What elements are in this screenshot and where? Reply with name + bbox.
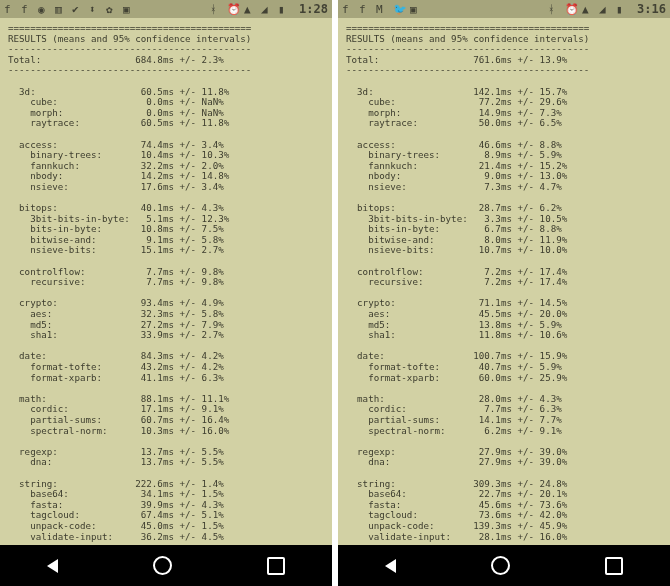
status-bar: ff◉▥✔⬍✿▣ ᚼ⏰▲◢▮1:28	[0, 0, 332, 18]
status-right-icons: ᚼ⏰▲◢▮3:16	[548, 2, 666, 16]
mail-icon: M	[376, 3, 388, 15]
tree-icon: ⬍	[89, 3, 101, 15]
cell-icon: ◢	[599, 3, 611, 15]
wifi-icon: ▲	[582, 3, 594, 15]
back-icon[interactable]	[47, 559, 58, 573]
status-right-icons: ᚼ⏰▲◢▮1:28	[210, 2, 328, 16]
app-icon: ▣	[410, 3, 422, 15]
status-bar: ffM🐦▣ ᚼ⏰▲◢▮3:16	[338, 0, 670, 18]
check-icon: ✔	[72, 3, 84, 15]
bluetooth-icon: ᚼ	[548, 3, 560, 15]
android-nav-bar	[0, 545, 332, 586]
battery-icon: ▮	[616, 3, 628, 15]
benchmark-results-pane: ========================================…	[338, 18, 670, 545]
facebook-icon: f	[342, 3, 354, 15]
home-icon[interactable]	[491, 556, 510, 575]
android-nav-bar	[338, 545, 670, 586]
twitter-icon: 🐦	[393, 3, 405, 15]
alarm-icon: ⏰	[565, 3, 577, 15]
recent-icon[interactable]	[267, 557, 285, 575]
gear-icon: ✿	[106, 3, 118, 15]
wifi-icon: ▲	[244, 3, 256, 15]
facebook-icon: f	[21, 3, 33, 15]
status-left-icons: ffM🐦▣	[342, 3, 548, 15]
status-clock: 3:16	[637, 2, 666, 16]
app-icon: ▣	[123, 3, 135, 15]
status-left-icons: ff◉▥✔⬍✿▣	[4, 3, 210, 15]
cell-icon: ◢	[261, 3, 273, 15]
benchmark-text: ========================================…	[8, 23, 324, 542]
home-icon[interactable]	[153, 556, 172, 575]
recent-icon[interactable]	[605, 557, 623, 575]
benchmark-text: ========================================…	[346, 23, 662, 542]
docs-icon: ▥	[55, 3, 67, 15]
back-icon[interactable]	[385, 559, 396, 573]
messenger-icon: ◉	[38, 3, 50, 15]
status-clock: 1:28	[299, 2, 328, 16]
facebook-icon: f	[4, 3, 16, 15]
alarm-icon: ⏰	[227, 3, 239, 15]
phone-right: ffM🐦▣ ᚼ⏰▲◢▮3:16 ========================…	[338, 0, 670, 586]
bluetooth-icon: ᚼ	[210, 3, 222, 15]
benchmark-results-pane: ========================================…	[0, 18, 332, 545]
facebook-icon: f	[359, 3, 371, 15]
phone-left: ff◉▥✔⬍✿▣ ᚼ⏰▲◢▮1:28 =====================…	[0, 0, 332, 586]
battery-icon: ▮	[278, 3, 290, 15]
